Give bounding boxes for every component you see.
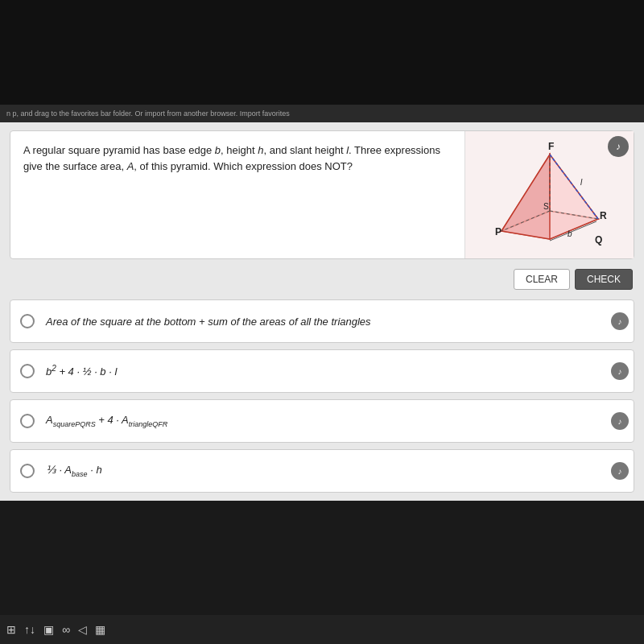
option-d: ⅓ · Abase · h ♪ [10,449,634,493]
svg-marker-3 [502,155,550,239]
svg-text:F: F [548,141,554,152]
var-h: h [258,144,263,156]
audio-icon-d[interactable]: ♪ [611,462,629,480]
option-c-text: AsquarePQRS + 4 · AtriangleQFR [46,414,167,428]
audio-icon-b[interactable]: ♪ [611,362,629,380]
svg-text:R: R [600,210,607,221]
var-l: l [346,144,349,156]
option-d-text: ⅓ · Abase · h [46,464,102,478]
taskbar-start[interactable]: ⊞ [6,623,16,636]
audio-icon-question[interactable]: ♪ [608,136,629,157]
radio-a[interactable] [20,314,35,328]
radio-b[interactable] [20,364,35,378]
check-button[interactable]: CHECK [575,269,633,290]
option-a: Area of the square at the bottom + sum o… [10,299,634,343]
pyramid-diagram: F S R P Q b l [477,138,622,251]
svg-text:b: b [568,229,572,238]
radio-d[interactable] [20,464,35,478]
taskbar-apps[interactable]: ▦ [95,623,105,636]
radio-c[interactable] [20,414,35,428]
action-buttons-row: CLEAR CHECK [10,266,634,293]
svg-marker-4 [550,155,598,239]
taskbar-back[interactable]: ◁ [78,623,87,636]
taskbar-grid[interactable]: ▣ [43,623,54,636]
taskbar: ⊞ ↑↓ ▣ ∞ ◁ ▦ [0,615,644,644]
question-text: A regular square pyramid has base edge b… [23,142,452,174]
svg-text:S: S [543,202,549,211]
clear-button[interactable]: CLEAR [514,269,570,290]
pyramid-image-area: ♪ F [464,131,634,258]
taskbar-arrows[interactable]: ↑↓ [24,623,35,636]
option-b-text: b2 + 4 · ½ · b · l [46,364,117,378]
svg-text:l: l [580,178,583,187]
audio-icon-a[interactable]: ♪ [611,312,629,330]
taskbar-infinity[interactable]: ∞ [62,623,70,636]
question-box: A regular square pyramid has base edge b… [10,130,634,259]
audio-icon-c[interactable]: ♪ [611,412,629,430]
svg-text:P: P [495,226,502,237]
svg-text:Q: Q [595,234,602,246]
option-a-text: Area of the square at the bottom + sum o… [46,316,371,328]
browser-bar-text: n p, and drag to the favorites bar folde… [6,109,290,118]
var-A: A [127,160,134,172]
option-c: AsquarePQRS + 4 · AtriangleQFR ♪ [10,399,634,443]
option-b: b2 + 4 · ½ · b · l ♪ [10,349,634,393]
question-text-area: A regular square pyramid has base edge b… [10,131,464,258]
var-b: b [215,144,221,156]
